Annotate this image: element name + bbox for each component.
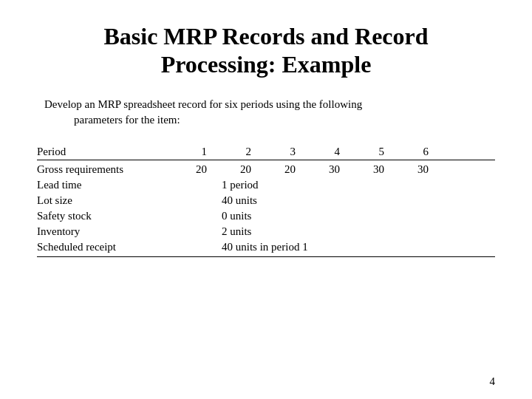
safety-stock-value: 0 units — [207, 210, 495, 222]
header-col3: 3 — [251, 146, 296, 158]
gross-req-label: Gross requirements — [37, 163, 170, 176]
page-title: Basic MRP Records and Record Processing:… — [37, 22, 495, 79]
header-col2: 2 — [207, 146, 251, 158]
table-row-safety-stock: Safety stock 0 units — [37, 208, 495, 224]
lot-size-label: Lot size — [37, 194, 170, 207]
table-header-row: Period 1 2 3 4 5 6 — [37, 144, 495, 160]
description: Develop an MRP spreadsheet record for si… — [37, 97, 495, 128]
gross-req-col2: 20 — [207, 163, 251, 176]
page: Basic MRP Records and Record Processing:… — [0, 0, 532, 399]
lead-time-value: 1 period — [207, 179, 495, 191]
desc-line2: parameters for the item: — [44, 112, 495, 128]
lead-time-label: Lead time — [37, 179, 170, 191]
gross-req-col4: 30 — [296, 163, 340, 176]
title-line1: Basic MRP Records and Record — [103, 23, 428, 50]
lot-size-value: 40 units — [207, 194, 495, 207]
table-row-scheduled-receipt: Scheduled receipt 40 units in period 1 — [37, 239, 495, 257]
gross-req-col5: 30 — [340, 163, 384, 176]
header-col1: 1 — [170, 146, 207, 158]
scheduled-receipt-value: 40 units in period 1 — [207, 241, 495, 253]
gross-req-col1: 20 — [170, 163, 207, 176]
gross-req-col6: 30 — [384, 163, 429, 176]
inventory-value: 2 units — [207, 225, 495, 238]
gross-req-col3: 20 — [251, 163, 296, 176]
header-col5: 5 — [340, 146, 384, 158]
title-line2: Processing: Example — [161, 51, 372, 78]
table-row-gross-requirements: Gross requirements 20 20 20 30 30 30 — [37, 162, 495, 177]
table: Period 1 2 3 4 5 6 Gross requirements 20… — [37, 144, 495, 260]
header-col4: 4 — [296, 146, 340, 158]
desc-line1: Develop an MRP spreadsheet record for si… — [44, 98, 362, 110]
page-number: 4 — [490, 375, 496, 388]
scheduled-receipt-label: Scheduled receipt — [37, 241, 170, 253]
inventory-label: Inventory — [37, 225, 170, 238]
table-row-inventory: Inventory 2 units — [37, 224, 495, 239]
table-row-lot-size: Lot size 40 units — [37, 193, 495, 208]
header-col6: 6 — [384, 146, 429, 158]
table-row-lead-time: Lead time 1 period — [37, 177, 495, 193]
header-label: Period — [37, 146, 170, 158]
safety-stock-label: Safety stock — [37, 210, 170, 222]
